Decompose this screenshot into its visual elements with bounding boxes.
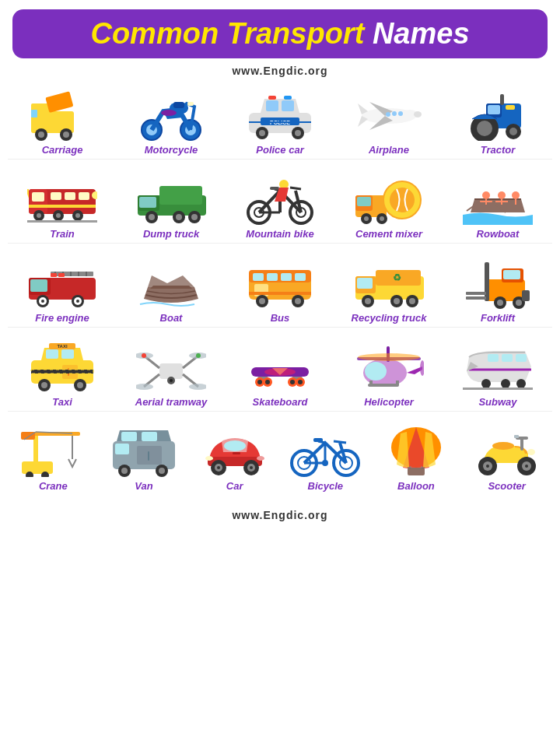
svg-rect-195 [369, 381, 373, 385]
svg-point-137 [394, 298, 400, 304]
svg-point-125 [259, 298, 265, 304]
svg-rect-61 [159, 186, 202, 205]
svg-rect-79 [270, 187, 279, 190]
svg-point-203 [516, 379, 526, 388]
svg-rect-216 [142, 432, 157, 441]
svg-point-38 [477, 121, 492, 136]
van-label: Van [135, 480, 152, 492]
svg-point-147 [497, 300, 503, 306]
svg-rect-128 [249, 292, 311, 295]
scooter-icon [472, 424, 542, 477]
svg-point-231 [250, 466, 253, 469]
svg-rect-144 [466, 292, 486, 295]
boat-label: Boat [160, 312, 183, 324]
svg-point-255 [486, 465, 489, 468]
grid-row-5: Crane [8, 419, 552, 495]
website-bottom: www.Engdic.org [232, 509, 327, 521]
transport-airplane: Airplane [346, 88, 432, 156]
svg-rect-152 [46, 349, 58, 359]
svg-point-14 [161, 110, 177, 116]
transport-dump-truck: Dump truck [128, 172, 214, 240]
boat-icon [136, 256, 206, 309]
svg-point-223 [159, 468, 165, 474]
grid-row-2: Train Dum [8, 167, 552, 244]
svg-point-258 [525, 465, 528, 468]
svg-point-53 [56, 213, 61, 218]
train-label: Train [50, 228, 75, 240]
svg-point-172 [189, 384, 206, 390]
transport-car: Car [192, 424, 278, 492]
grid-row-3: Fire engine Boat [8, 251, 552, 328]
svg-rect-244 [313, 438, 323, 442]
svg-point-63 [149, 214, 155, 220]
aerial-tramway-label: Aerial tramway [135, 396, 208, 408]
car-label: Car [226, 480, 243, 492]
svg-rect-15 [187, 102, 194, 106]
svg-rect-153 [61, 349, 74, 359]
website-top: www.Engdic.org [232, 65, 327, 77]
transport-aerial-tramway: Aerial tramway [128, 340, 214, 408]
svg-rect-234 [233, 452, 240, 454]
svg-point-221 [121, 468, 128, 474]
transport-tractor: Tractor [455, 88, 541, 156]
recycling-truck-icon: ♻ [354, 256, 424, 309]
svg-rect-83 [357, 197, 371, 206]
helicopter-icon [354, 340, 424, 393]
dump-truck-label: Dump truck [143, 228, 199, 240]
skateboard-icon [245, 340, 315, 393]
svg-point-186 [265, 380, 270, 384]
svg-rect-150 [522, 290, 530, 301]
rowboat-icon [463, 172, 533, 225]
bus-icon [245, 256, 315, 309]
svg-rect-204 [463, 388, 533, 390]
police-car-icon: POLICE [245, 88, 315, 141]
svg-point-24 [259, 130, 265, 136]
header: Common Transport Names [12, 9, 548, 58]
skateboard-label: Skateboard [253, 396, 308, 408]
grid-row-4: TAXI Taxi [8, 335, 552, 412]
svg-point-65 [176, 214, 182, 220]
svg-rect-121 [281, 273, 292, 281]
svg-rect-17 [266, 100, 278, 111]
transport-boat: Boat [128, 256, 214, 324]
svg-point-174 [170, 379, 173, 382]
svg-text:TAXI: TAXI [57, 344, 68, 349]
svg-point-224 [224, 440, 246, 451]
tractor-label: Tractor [481, 144, 516, 156]
svg-point-85 [390, 188, 415, 212]
svg-point-190 [365, 362, 387, 381]
transport-bus: Bus [237, 256, 323, 324]
transport-balloon: Balloon [373, 424, 459, 492]
transport-helicopter: Helicopter [346, 340, 432, 408]
forklift-label: Forklift [481, 312, 515, 324]
transport-van: Van [101, 424, 187, 492]
airplane-label: Airplane [369, 144, 409, 156]
taxi-label: Taxi [52, 396, 72, 408]
svg-point-32 [386, 112, 390, 117]
crane-icon [18, 424, 88, 477]
svg-point-232 [205, 456, 213, 461]
svg-point-197 [358, 353, 420, 361]
transport-forklift: Forklift [455, 256, 541, 324]
cement-mixer-icon [354, 172, 424, 225]
svg-rect-47 [65, 192, 75, 200]
svg-point-4 [38, 132, 44, 138]
train-icon [27, 172, 97, 225]
transport-carriage: Carriage [19, 88, 105, 156]
svg-point-116 [76, 300, 79, 303]
svg-point-67 [191, 214, 198, 220]
svg-point-31 [392, 111, 397, 116]
svg-rect-247 [408, 468, 425, 475]
svg-point-139 [409, 298, 415, 304]
aerial-tramway-icon [136, 340, 206, 393]
police-car-label: Police car [256, 144, 303, 156]
transport-subway: Subway [455, 340, 541, 408]
crane-label: Crane [39, 480, 68, 492]
airplane-icon [354, 88, 424, 141]
svg-line-242 [334, 441, 346, 443]
transport-police-car: POLICE Police car [237, 88, 323, 156]
svg-rect-18 [282, 100, 294, 111]
car-icon [200, 424, 270, 477]
svg-point-29 [414, 111, 422, 117]
svg-rect-205 [22, 461, 53, 474]
